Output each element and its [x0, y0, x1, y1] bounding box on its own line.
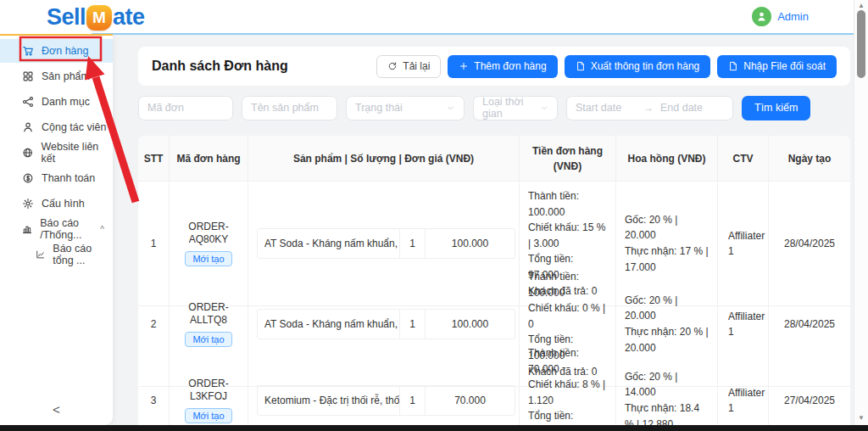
- status-select-placeholder: Trạng thái: [355, 102, 403, 114]
- globe-icon: [22, 147, 33, 159]
- topbar-underline: [92, 33, 868, 35]
- sidebar-item-label: Sản phẩm: [42, 70, 90, 82]
- table-header-row: STT Mã đơn hàng Sản phẩm | Số lượng | Đơ…: [138, 136, 850, 182]
- sidebar-item-8[interactable]: Báo cáo tổng ...: [0, 243, 113, 266]
- sidebar-item-1[interactable]: Sản phẩm: [0, 64, 113, 88]
- commission-line: Gốc: 20 % | 14.000: [625, 369, 709, 400]
- page-header-card: Danh sách Đơn hàng Tải lại Thêm đơn hàng…: [138, 47, 850, 86]
- product-line: Ketomium - Đặc trị thối rễ, thối thâ... …: [257, 385, 515, 416]
- logo-text-sell: Sell: [47, 4, 86, 31]
- table-row: 1 ORDER-AQ80KY Mới tạo AT Soda - Kháng n…: [138, 182, 850, 262]
- bar-chart-icon: [22, 223, 32, 235]
- product-name-input[interactable]: [242, 96, 337, 120]
- col-stt: STT: [138, 136, 170, 182]
- add-order-button[interactable]: Thêm đơn hàng: [448, 55, 557, 78]
- sidebar-item-0[interactable]: Đơn hàng: [0, 39, 113, 63]
- money-line: Chiết khấu: 15 % | 3.000: [528, 220, 607, 251]
- col-order-money: Tiền đơn hàng (VNĐ): [520, 136, 616, 182]
- search-button[interactable]: Tìm kiếm: [742, 96, 810, 120]
- scroll-up-icon[interactable]: ▲: [854, 2, 868, 9]
- sellmate-logo[interactable]: Sell M ate: [47, 4, 145, 31]
- logo-m-icon: M: [86, 5, 112, 31]
- table-row: 3 ORDER-L3KFOJ Mới tạo Ketomium - Đặc tr…: [138, 339, 850, 413]
- end-date-input[interactable]: [660, 102, 721, 114]
- date-range-picker[interactable]: →: [566, 96, 733, 120]
- logo-text-ate: ate: [113, 4, 145, 31]
- product-name: Ketomium - Đặc trị thối rễ, thối thâ...: [258, 386, 400, 415]
- bottom-black-bar: [0, 425, 868, 431]
- toolbar: Tải lại Thêm đơn hàng Xuất thông tin đơn…: [376, 55, 837, 78]
- start-date-input[interactable]: [576, 102, 637, 114]
- product-line: AT Soda - Kháng nấm khuẩn, Tăng h... 1 1…: [257, 228, 515, 259]
- scroll-down-icon[interactable]: ▼: [854, 414, 868, 422]
- sidebar: Đơn hàng Sản phẩm Danh mục Cộng tác viên…: [0, 35, 113, 425]
- commission-line: Gốc: 20 % | 20.000: [625, 212, 709, 243]
- reload-button[interactable]: Tải lại: [376, 55, 441, 78]
- product-price: 100.000: [426, 229, 515, 258]
- import-file-button[interactable]: Nhập File đối soát: [717, 55, 837, 78]
- order-code-input[interactable]: [138, 96, 233, 120]
- line-chart-icon: [36, 249, 45, 260]
- order-code: ORDER-L3KFOJ: [173, 378, 244, 404]
- refresh-icon: [387, 61, 398, 71]
- add-order-label: Thêm đơn hàng: [474, 60, 546, 72]
- sidebar-item-7[interactable]: Báo cáo /Thống... ^: [0, 217, 113, 241]
- filter-bar: Trạng thái Loại thời gian → Tìm kiếm: [138, 95, 850, 120]
- orders-table: STT Mã đơn hàng Sản phẩm | Số lượng | Đơ…: [138, 136, 850, 431]
- commission-line: Gốc: 20 % | 20.000: [625, 293, 709, 324]
- avatar: [752, 7, 771, 26]
- sidebar-item-label: Thanh toán: [42, 172, 95, 184]
- sidebar-item-label: Báo cáo tổng ...: [53, 243, 113, 266]
- money-line: Thành tiền: 100.000: [528, 188, 607, 220]
- user-menu[interactable]: Admin: [752, 7, 809, 26]
- sidebar-item-2[interactable]: Danh mục: [0, 90, 113, 114]
- product-name: AT Soda - Kháng nấm khuẩn, Tăng h...: [258, 310, 400, 339]
- sidebar-item-label: Cộng tác viên: [42, 121, 106, 133]
- gear-icon: [22, 198, 34, 210]
- sidebar-item-4[interactable]: Website liên kết: [0, 141, 113, 165]
- sidebar-item-6[interactable]: Cấu hình: [0, 192, 113, 216]
- dollar-circle-icon: [22, 172, 34, 184]
- time-type-select[interactable]: Loại thời gian: [473, 96, 558, 120]
- money-line: Thành tiền: 100.000: [528, 269, 607, 300]
- sidebar-item-5[interactable]: Thanh toán: [0, 166, 113, 190]
- user-icon: [22, 121, 34, 133]
- status-select[interactable]: Trạng thái: [346, 96, 465, 120]
- vertical-scrollbar[interactable]: ▲ ▼: [854, 0, 868, 425]
- sidebar-item-label: Danh mục: [42, 96, 90, 108]
- grid-icon: [22, 70, 34, 82]
- cart-icon: [22, 45, 34, 57]
- product-name: AT Soda - Kháng nấm khuẩn, Tăng h...: [258, 229, 400, 258]
- order-code: ORDER-ALLTQ8: [173, 301, 244, 327]
- plus-icon: [459, 61, 469, 71]
- col-commission: Hoa hồng (VNĐ): [616, 136, 718, 182]
- product-price: 70.000: [426, 386, 515, 415]
- money-line: Chiết khấu: 0 % | 0: [528, 300, 607, 332]
- product-line: AT Soda - Kháng nấm khuẩn, Tăng h... 1 1…: [257, 309, 515, 339]
- sidebar-top-accent: [0, 34, 113, 36]
- chevron-down-icon: [540, 104, 548, 113]
- col-product: Sản phẩm | Số lượng | Đơn giá (VNĐ): [248, 136, 520, 182]
- chevron-down-icon: [446, 104, 455, 113]
- table-row: 2 ORDER-ALLTQ8 Mới tạo AT Soda - Kháng n…: [138, 262, 850, 339]
- scrollbar-thumb[interactable]: [857, 10, 865, 78]
- sidebar-item-label: Đơn hàng: [42, 45, 88, 57]
- range-arrow-icon: →: [643, 102, 654, 114]
- col-created-date: Ngày tạo: [769, 136, 850, 182]
- sidebar-item-3[interactable]: Cộng tác viên: [0, 115, 113, 139]
- collapse-caret-icon[interactable]: ^: [100, 225, 104, 234]
- user-name: Admin: [777, 10, 809, 23]
- money-line: Chiết khấu: 8 % | 1.120: [528, 377, 607, 408]
- export-orders-button[interactable]: Xuất thông tin đơn hàng: [565, 55, 711, 78]
- search-label: Tìm kiếm: [754, 102, 798, 114]
- sidebar-item-label: Website liên kết: [41, 141, 113, 165]
- col-order-code: Mã đơn hàng: [170, 136, 248, 182]
- import-file-label: Nhập File đối soát: [743, 60, 826, 72]
- order-code: ORDER-AQ80KY: [173, 221, 244, 247]
- person-icon: [755, 10, 768, 23]
- sidebar-collapse-button[interactable]: <: [0, 402, 113, 417]
- time-type-placeholder: Loại thời gian: [482, 96, 540, 120]
- product-qty: 1: [400, 229, 426, 258]
- file-import-icon: [728, 61, 738, 71]
- product-qty: 1: [400, 310, 426, 339]
